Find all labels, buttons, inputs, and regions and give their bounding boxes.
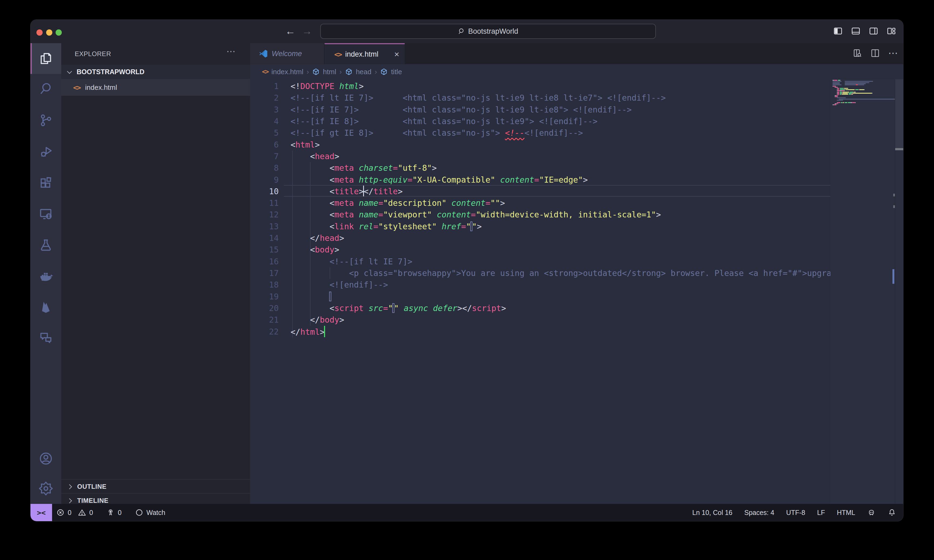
code-line[interactable]: <![endif]--> — [291, 279, 830, 291]
explorer-more-actions-icon[interactable]: ⋯ — [226, 46, 236, 57]
code-line[interactable]: <title></title> — [291, 186, 830, 197]
activity-extensions-button[interactable] — [31, 168, 61, 198]
minimap-line — [856, 85, 858, 85]
code-line[interactable]: </html> — [291, 326, 830, 337]
minimap-line — [840, 88, 844, 89]
remote-indicator[interactable]: >< — [31, 504, 52, 521]
minimap-line — [848, 102, 851, 103]
indentation-status[interactable]: Spaces: 4 — [744, 509, 774, 517]
code-token: link — [334, 222, 354, 231]
overview-ruler-mark — [893, 205, 895, 208]
maximize-window-button[interactable] — [55, 29, 62, 35]
code-line[interactable]: <meta http-equiv="X-UA-Compatible" conte… — [291, 174, 830, 186]
watch-status[interactable]: Watch — [135, 508, 165, 517]
scrollbar-slider[interactable] — [895, 79, 903, 150]
toggle-primary-sidebar-icon[interactable] — [833, 26, 843, 36]
outline-section[interactable]: OUTLINE — [61, 479, 250, 494]
vscode-window: ← → BootstrapWorld — [31, 20, 903, 521]
minimap[interactable] — [830, 79, 895, 504]
minimap-line — [852, 93, 872, 94]
tab-index-html[interactable]: <> index.html × — [325, 43, 405, 64]
code-token — [291, 187, 330, 196]
language-status[interactable]: HTML — [837, 509, 855, 517]
activity-docker-button[interactable] — [31, 260, 61, 291]
code-token: = — [534, 175, 539, 185]
code-line[interactable]: <link rel="stylesheet" href=""> — [291, 221, 830, 232]
nav-back-icon[interactable]: ← — [285, 25, 295, 37]
activity-search-button[interactable] — [31, 73, 61, 104]
code-editor[interactable]: <!DOCTYPE html><!--[if lt IE 7]> <html c… — [291, 80, 830, 339]
search-value: BootstrapWorld — [468, 27, 518, 35]
activity-firebase-button[interactable] — [31, 291, 61, 322]
code-token — [354, 163, 359, 172]
chevron-right-icon — [67, 484, 72, 489]
code-line[interactable]: <html> — [291, 139, 830, 151]
code-line[interactable]: <!--[if IE 7]> <html class="no-js lt-ie9… — [291, 104, 830, 115]
split-editor-icon[interactable] — [870, 48, 880, 58]
editor-more-actions-icon[interactable]: ⋯ — [888, 48, 899, 59]
code-line[interactable]: <!--[if gt IE 8]> <html class="no-js"> <… — [291, 127, 830, 138]
minimap-line — [855, 92, 856, 92]
breadcrumb: <> index.html › html › head › title — [250, 64, 903, 79]
code-line[interactable]: </body> — [291, 314, 830, 326]
toggle-secondary-sidebar-icon[interactable] — [869, 26, 879, 36]
code-line[interactable]: <!--[if IE 8]> <html class="no-js lt-ie9… — [291, 115, 830, 127]
code-token: <!--[if gt IE 8]> <html class="no-js"> — [291, 128, 505, 138]
breadcrumb-title[interactable]: title — [391, 68, 402, 76]
copilot-icon[interactable] — [867, 508, 876, 517]
code-line[interactable]: <meta charset="utf-8"> — [291, 162, 830, 174]
line-numbers-gutter: 12345678910111213141516171819202122 — [250, 80, 279, 337]
nav-forward-icon[interactable]: → — [302, 25, 312, 37]
cursor-position-status[interactable]: Ln 10, Col 16 — [692, 509, 732, 517]
tab-welcome[interactable]: Welcome — [250, 43, 325, 64]
timeline-section[interactable]: TIMELINE — [61, 493, 250, 504]
code-token — [428, 303, 433, 313]
code-line[interactable]: <meta name="viewport" content="width=dev… — [291, 209, 830, 220]
eol-status[interactable]: LF — [817, 509, 825, 517]
ports-status[interactable]: 0 — [106, 508, 122, 517]
code-line[interactable] — [291, 291, 830, 302]
activity-comments-button[interactable] — [31, 322, 61, 353]
minimap-line — [837, 93, 840, 94]
editor-scrollbar[interactable] — [895, 79, 903, 504]
activity-explorer-button[interactable] — [31, 43, 61, 74]
account-button[interactable] — [31, 443, 61, 474]
code-token: <p class="browsehappy">You are using an … — [349, 268, 830, 278]
code-line[interactable]: <!DOCTYPE html> — [291, 80, 830, 92]
encoding-status[interactable]: UTF-8 — [786, 509, 805, 517]
code-line[interactable]: <body> — [291, 244, 830, 255]
activity-run-debug-button[interactable] — [31, 137, 61, 167]
code-line[interactable]: <script src="" async defer></script> — [291, 302, 830, 314]
line-number: 19 — [250, 291, 279, 302]
open-preview-icon[interactable] — [852, 48, 862, 58]
activity-testing-button[interactable] — [31, 229, 61, 260]
minimap-line — [837, 94, 840, 95]
close-tab-icon[interactable]: × — [394, 50, 399, 59]
activity-source-control-button[interactable] — [31, 105, 61, 136]
code-line[interactable]: <head> — [291, 151, 830, 162]
customize-layout-icon[interactable] — [886, 26, 896, 36]
settings-button[interactable] — [31, 473, 61, 504]
code-line[interactable]: <!--[if lt IE 7]> — [291, 256, 830, 267]
file-row-index-html[interactable]: <> index.html — [61, 79, 250, 96]
code-line[interactable]: <meta name="description" content=""> — [291, 197, 830, 209]
code-line[interactable]: </head> — [291, 232, 830, 244]
minimize-window-button[interactable] — [46, 29, 52, 35]
toggle-panel-icon[interactable] — [851, 26, 861, 36]
minimap-line — [842, 94, 848, 95]
files-icon — [39, 52, 53, 66]
scrollbar-grip[interactable] — [895, 148, 903, 150]
breadcrumb-head[interactable]: head — [356, 68, 371, 76]
command-center-search[interactable]: BootstrapWorld — [320, 24, 656, 39]
activity-remote-explorer-button[interactable] — [31, 198, 61, 229]
close-window-button[interactable] — [37, 29, 43, 35]
tab-index-label: index.html — [345, 50, 379, 58]
line-number: 7 — [250, 151, 279, 162]
notifications-bell-icon[interactable] — [888, 508, 896, 517]
code-line[interactable]: <p class="browsehappy">You are using an … — [291, 267, 830, 279]
breadcrumb-html[interactable]: html — [323, 68, 336, 76]
code-line[interactable]: <!--[if lt IE 7]> <html class="no-js lt-… — [291, 92, 830, 103]
folder-row-bootstrapworld[interactable]: BOOTSTRAPWORLD — [61, 65, 250, 79]
breadcrumb-file[interactable]: index.html — [271, 68, 303, 76]
problems-status[interactable]: 0 0 — [56, 508, 93, 517]
